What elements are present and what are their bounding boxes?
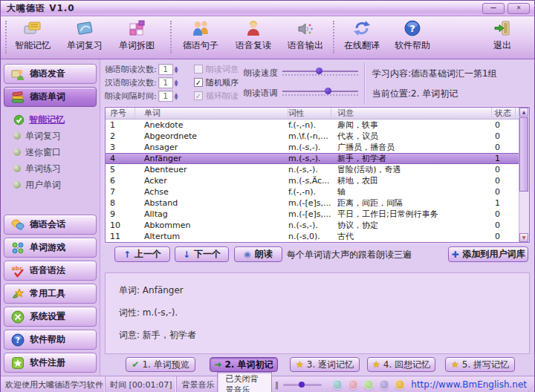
spinner-arrows[interactable]: ▲▼ (175, 79, 178, 86)
settings-panel: 德语朗读次数: 1 ▲▼ 汉语朗读次数: 1 ▲▼ 朗读间隔时间: 1 ▲▼ 朗… (100, 62, 531, 106)
detail-meaning: 词意: 新手，初学者 (119, 327, 529, 349)
sidebar: 德语发音 德语单词 智能记忆 单词复习 (1, 59, 100, 376)
toolbar-voice-repeat-button[interactable]: 语音复读 (229, 19, 278, 56)
tab-word-preview[interactable]: ✔ 1. 单词预览 (126, 357, 195, 372)
sidebar-item-common-tools[interactable]: 常用工具 (4, 284, 97, 304)
sidebar-item-system-settings[interactable]: 系统设置 (4, 307, 97, 327)
toolbar-help-button[interactable]: ? 软件帮助 (388, 19, 437, 56)
spinner-arrows[interactable]: ▲▼ (175, 65, 178, 73)
submenu-item-word-practice[interactable]: 单词练习 (13, 160, 97, 177)
sidebar-item-software-help[interactable]: ? 软件帮助 (4, 330, 97, 350)
pronunciation-icon (11, 68, 25, 81)
table-row[interactable]: 10Abkommenn.(-s,-).协议，协定0 (106, 220, 529, 231)
table-row[interactable]: 8Abstandm.(-[e]s,...距离，间距，间隔1 (106, 197, 529, 209)
toolbar-german-sentences-button[interactable]: 德语句子 (176, 19, 225, 56)
gear-tools-icon (11, 310, 25, 324)
pause-icon[interactable]: ‖ (275, 381, 279, 389)
sidebar-item-word-games[interactable]: 单词游戏 (4, 238, 97, 258)
theme-teal-button[interactable] (332, 379, 343, 390)
tab-word-by-word-memory[interactable]: ★ 3. 逐词记忆 (290, 357, 360, 372)
tab-word-first-memorize[interactable]: ➜ 2. 单词初记 (210, 357, 278, 372)
close-button[interactable]: ✕ (508, 3, 530, 14)
submenu-item-user-words[interactable]: 用户单词 (13, 177, 97, 193)
tab-spelling-memory[interactable]: ★ 5. 拼写记忆 (445, 357, 515, 372)
molecule-icon (11, 241, 25, 255)
read-pitch-slider[interactable] (282, 88, 358, 98)
tab-recall-memory[interactable]: ★ 4. 回想记忆 (367, 357, 435, 372)
read-speed-slider[interactable] (282, 68, 358, 78)
submenu-item-smart-memory[interactable]: 智能记忆 (13, 111, 97, 128)
table-header: 序号 单词 词性 词意 状态 (106, 108, 529, 120)
sidebar-item-voice-grammar[interactable]: abc 语音语法 (4, 261, 97, 281)
bullet-icon (13, 181, 21, 189)
sidebar-item-label: 语音语法 (30, 264, 65, 277)
sidebar-spacer (3, 193, 97, 213)
current-position-text: 当前位置:2. 单词初记 (372, 88, 458, 100)
sidebar-item-german-pronunciation[interactable]: 德语发音 (4, 64, 97, 84)
table-row[interactable]: 5Abenteuern.(-s,-).冒险(活动)，奇遇0 (106, 164, 529, 175)
table-scrollbar[interactable]: ▲ ▼ (519, 108, 529, 242)
scrollbar-thumb[interactable] (519, 117, 528, 192)
minimize-button[interactable]: — (482, 3, 505, 14)
puzzle-grid-icon (127, 19, 146, 38)
theme-green-button[interactable] (363, 379, 374, 390)
sidebar-item-label: 软件帮助 (30, 333, 65, 346)
theme-orange-button[interactable] (395, 379, 405, 390)
read-interval-input[interactable]: 1 (158, 91, 173, 102)
toolbar-voice-output-button[interactable]: 语音输出 (281, 19, 330, 56)
toolbar-word-puzzle-button[interactable]: 单词拆图 (112, 19, 161, 56)
theme-pink-button[interactable] (348, 379, 358, 390)
next-word-button[interactable]: ↓ 下一个 (175, 246, 229, 262)
toolbar-exit-button[interactable]: 退出 (480, 19, 525, 56)
read-aloud-button[interactable]: ◉ 朗读 (234, 246, 282, 262)
german-read-count-input[interactable]: 1 (158, 64, 173, 75)
checkbox-read-meaning[interactable]: 朗读词意 (194, 63, 239, 75)
read-tip-text: 每个单词请大声的跟着朗读三遍 (287, 249, 412, 261)
table-row[interactable]: 3Ansagerm.(-s,-).广播员，播音员0 (106, 142, 529, 153)
spinner-arrows[interactable]: ▲▼ (175, 92, 178, 99)
resize-grip-icon[interactable]: ⋰ (528, 385, 534, 392)
checkbox-random-order[interactable]: 随机顺序 (194, 76, 239, 88)
table-row[interactable]: 2Abgeordnetem.\f.(-n,...代表，议员0 (106, 131, 529, 142)
checkbox-icon (194, 78, 203, 87)
slider-thumb[interactable] (299, 382, 305, 388)
toolbar-online-translate-button[interactable]: 在线翻译 (337, 19, 386, 56)
table-row[interactable]: 7Achsef.(-,-n).轴0 (106, 186, 529, 197)
speaker-icon (296, 19, 315, 38)
stage-tabs: ✔ 1. 单词预览 ➜ 2. 单词初记 ★ 3. 逐词记忆 ★ 4. 回想记忆 … (105, 357, 530, 373)
table-row[interactable]: 9Alltagm.(-[e]s,...平日，工作日;日常例行事务0 (106, 209, 529, 220)
sidebar-item-software-register[interactable]: 软件注册 (4, 353, 97, 373)
submenu-item-word-review[interactable]: 单词复习 (13, 128, 97, 144)
website-link[interactable]: http://www.BmEnglish.net (411, 379, 534, 390)
sync-arrows-icon (352, 19, 372, 38)
scroll-down-icon[interactable]: ▼ (519, 233, 528, 242)
chinese-read-count-input[interactable]: 1 (158, 77, 173, 88)
sidebar-item-german-conversation[interactable]: 德语会话 (4, 215, 97, 235)
scroll-up-icon[interactable]: ▲ (519, 108, 528, 117)
question-globe-icon: ? (403, 19, 422, 38)
abc-check-icon: abc (11, 264, 25, 278)
submenu-item-mini-window[interactable]: 迷你窗口 (13, 144, 97, 160)
table-row[interactable]: 6Ackerm.(-s,Äc...耕地，农田0 (106, 175, 529, 186)
table-row-selected[interactable]: 4Anfängerm.(-s,-).新手，初学者1 (106, 153, 529, 164)
sidebar-item-label: 德语发音 (30, 68, 65, 80)
sidebar-item-label: 常用工具 (30, 287, 65, 300)
table-row[interactable]: 11Altertumn.(-s,0).古代0 (106, 231, 529, 242)
star-icon: ★ (296, 359, 304, 370)
table-row[interactable]: 1Anekdotef.(-,-n).趣闻，轶事0 (106, 120, 529, 131)
bgm-volume-slider[interactable] (283, 384, 322, 386)
toolbar-separator (5, 21, 7, 53)
theme-purple-button[interactable] (379, 379, 389, 390)
checkbox-loop-read[interactable]: 循环朗读 (194, 90, 239, 102)
toolbar-smart-memory-button[interactable]: 智能记忆 (8, 19, 57, 56)
sidebar-item-german-words[interactable]: 德语单词 (4, 87, 97, 107)
toolbar-word-review-button[interactable]: 单词复习 (60, 19, 109, 56)
star-tools-icon (11, 287, 25, 301)
blue-book-icon (75, 19, 94, 38)
memory-cards-icon (23, 19, 42, 38)
add-to-user-dict-button[interactable]: ✚ 添加到用户词库 (448, 246, 528, 262)
slider-thumb[interactable] (325, 88, 331, 94)
slider-thumb[interactable] (316, 68, 322, 74)
previous-word-button[interactable]: ↑ 上一个 (114, 246, 170, 262)
bullet-icon (13, 148, 21, 156)
